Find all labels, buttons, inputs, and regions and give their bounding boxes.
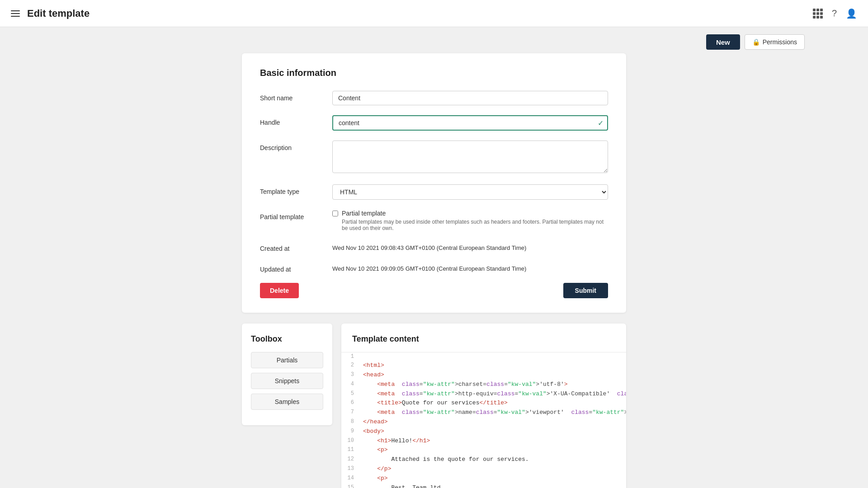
partial-template-checkbox-label: Partial template — [342, 210, 608, 217]
line-content: <meta class="kw-attr">http-equiv=class="… — [359, 389, 626, 399]
line-content: <head> — [359, 371, 388, 380]
topbar: Edit template ? 👤 — [0, 0, 868, 27]
submit-button[interactable]: Submit — [563, 283, 608, 298]
handle-check-icon: ✓ — [598, 119, 604, 127]
line-content: <meta class="kw-attr">charset=class="kw-… — [359, 380, 571, 389]
partial-template-label: Partial template — [260, 210, 332, 221]
basic-info-card: Basic information Short name Handle ✓ De… — [242, 53, 626, 313]
line-content: Best, Team ltd — [359, 483, 444, 488]
created-at-value: Wed Nov 10 2021 09:08:43 GMT+0100 (Centr… — [332, 241, 608, 251]
line-number: 2 — [341, 361, 359, 370]
partial-template-description: Partial templates may be used inside oth… — [342, 219, 608, 231]
code-line: 4 <meta class="kw-attr">charset=class="k… — [341, 380, 626, 389]
code-line: 8</head> — [341, 418, 626, 427]
code-line: 7 <meta class="kw-attr">name=class="kw-v… — [341, 408, 626, 418]
code-editor[interactable]: 12<html>3<head>4 <meta class="kw-attr">c… — [341, 352, 626, 488]
partial-template-row: Partial template Partial template Partia… — [260, 210, 608, 231]
line-content: </head> — [359, 418, 392, 427]
description-label: Description — [260, 141, 332, 151]
short-name-row: Short name — [260, 91, 608, 105]
line-content: <p> — [359, 474, 392, 483]
code-line: 9<body> — [341, 427, 626, 436]
basic-info-title: Basic information — [260, 68, 608, 78]
created-at-row: Created at Wed Nov 10 2021 09:08:43 GMT+… — [260, 241, 608, 252]
line-number: 10 — [341, 436, 359, 445]
created-at-control: Wed Nov 10 2021 09:08:43 GMT+0100 (Centr… — [332, 241, 608, 251]
short-name-control — [332, 91, 608, 105]
updated-at-control: Wed Nov 10 2021 09:09:05 GMT+0100 (Centr… — [332, 262, 608, 272]
handle-row: Handle ✓ — [260, 115, 608, 131]
help-icon[interactable]: ? — [832, 8, 837, 19]
partial-template-checkbox-row: Partial template Partial templates may b… — [332, 210, 608, 231]
line-number: 15 — [341, 483, 359, 488]
action-row: New 🔒 Permissions — [0, 27, 868, 53]
partials-button[interactable]: Partials — [251, 352, 323, 368]
line-number: 12 — [341, 455, 359, 464]
code-line: 2<html> — [341, 361, 626, 371]
code-line: 13 </p> — [341, 465, 626, 474]
card-footer: Delete Submit — [260, 283, 608, 298]
updated-at-row: Updated at Wed Nov 10 2021 09:09:05 GMT+… — [260, 262, 608, 273]
line-content: <meta class="kw-attr">name=class="kw-val… — [359, 408, 626, 418]
description-textarea[interactable] — [332, 141, 608, 173]
code-line: 15 Best, Team ltd — [341, 483, 626, 488]
line-number: 6 — [341, 399, 359, 407]
template-content-card: Template content 12<html>3<head>4 <meta … — [341, 324, 626, 488]
code-line: 12 Attached is the quote for our service… — [341, 455, 626, 465]
line-number: 14 — [341, 474, 359, 483]
short-name-label: Short name — [260, 91, 332, 102]
line-number: 5 — [341, 389, 359, 398]
line-number: 7 — [341, 408, 359, 417]
line-content: <h1>Hello!</h1> — [359, 436, 434, 446]
partial-template-checkbox-content: Partial template Partial templates may b… — [342, 210, 608, 231]
menu-icon[interactable] — [11, 10, 20, 17]
permissions-button[interactable]: 🔒 Permissions — [745, 34, 805, 50]
line-number: 11 — [341, 446, 359, 454]
line-content: <title>Quote for our services</title> — [359, 399, 511, 408]
updated-at-value: Wed Nov 10 2021 09:09:05 GMT+0100 (Centr… — [332, 262, 608, 272]
line-number: 13 — [341, 465, 359, 473]
lock-icon: 🔒 — [752, 38, 760, 46]
line-number: 1 — [341, 352, 359, 361]
new-button[interactable]: New — [706, 34, 740, 50]
page-title: Edit template — [27, 8, 90, 19]
snippets-button[interactable]: Snippets — [251, 373, 323, 389]
template-content-title: Template content — [341, 334, 626, 344]
handle-input[interactable] — [332, 115, 608, 131]
code-line: 3<head> — [341, 371, 626, 380]
template-type-control: HTML Text — [332, 184, 608, 200]
short-name-input[interactable] — [332, 91, 608, 105]
handle-label: Handle — [260, 115, 332, 126]
handle-control: ✓ — [332, 115, 608, 131]
code-line: 5 <meta class="kw-attr">http-equiv=class… — [341, 389, 626, 399]
line-content: <body> — [359, 427, 388, 436]
partial-template-checkbox[interactable] — [332, 211, 338, 216]
code-line: 11 <p> — [341, 446, 626, 455]
line-content: </p> — [359, 465, 395, 474]
line-content: <html> — [359, 361, 388, 371]
toolbox-title: Toolbox — [251, 334, 323, 344]
template-type-row: Template type HTML Text — [260, 184, 608, 200]
lower-section: Toolbox Partials Snippets Samples Templa… — [242, 324, 626, 488]
topbar-icons: ? 👤 — [813, 8, 857, 19]
partial-template-control: Partial template Partial templates may b… — [332, 210, 608, 231]
line-content: Attached is the quote for our services. — [359, 455, 533, 465]
line-number: 8 — [341, 418, 359, 426]
line-number: 4 — [341, 380, 359, 389]
user-icon[interactable]: 👤 — [846, 8, 857, 19]
toolbox-card: Toolbox Partials Snippets Samples — [242, 324, 332, 425]
description-row: Description — [260, 141, 608, 174]
main-content: Basic information Short name Handle ✓ De… — [242, 53, 626, 488]
samples-button[interactable]: Samples — [251, 394, 323, 410]
created-at-label: Created at — [260, 241, 332, 252]
code-line: 6 <title>Quote for our services</title> — [341, 399, 626, 408]
code-line: 10 <h1>Hello!</h1> — [341, 436, 626, 446]
line-number: 3 — [341, 371, 359, 379]
code-line: 14 <p> — [341, 474, 626, 483]
template-type-select[interactable]: HTML Text — [332, 184, 608, 200]
grid-icon[interactable] — [813, 9, 823, 19]
template-type-label: Template type — [260, 184, 332, 195]
delete-button[interactable]: Delete — [260, 283, 299, 298]
updated-at-label: Updated at — [260, 262, 332, 273]
code-line: 1 — [341, 352, 626, 361]
